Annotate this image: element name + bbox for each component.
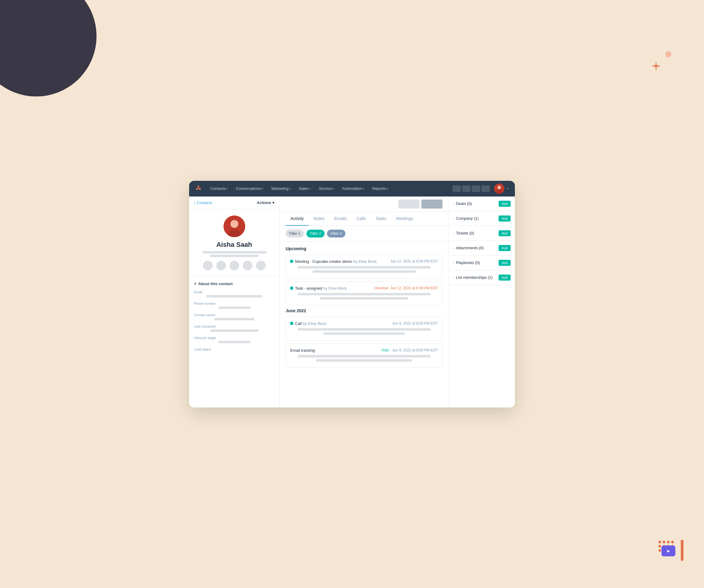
june-section-header: June 2022: [286, 308, 443, 313]
company-section[interactable]: › Company (1) Add: [449, 211, 515, 226]
nav-tool-icon-4[interactable]: [481, 185, 490, 192]
playbooks-add-button[interactable]: Add: [498, 260, 511, 266]
center-panel: Activity Notes Emails Calls Tasks Meetin…: [280, 196, 449, 407]
tab-calls[interactable]: Calls: [352, 212, 371, 226]
deals-section[interactable]: › Deals (0) Add: [449, 196, 515, 211]
nav-contacts[interactable]: Contacts ▾: [207, 185, 231, 193]
contact-action-icon-5[interactable]: [256, 261, 266, 270]
nav-reports[interactable]: Reports ▾: [369, 185, 392, 193]
email-tracking-title: Email tracking: [290, 348, 315, 352]
tab-emails[interactable]: Emails: [330, 212, 352, 226]
call-card-header: Call by Elise Beck Jun 9, 2021 at 8:00 P…: [290, 321, 438, 326]
left-panel: Contacts Actions ▾ Aisha Saah: [189, 196, 280, 407]
user-avatar[interactable]: [494, 184, 504, 194]
contact-action-icon-4[interactable]: [243, 261, 252, 270]
attachments-section[interactable]: › Attachments (0) Add: [449, 241, 515, 256]
view-toggle-1[interactable]: [399, 199, 420, 208]
phone-label: Phone number: [194, 302, 275, 305]
chevron-down-icon: ▾: [262, 187, 263, 190]
contact-profile: Aisha Saah: [189, 209, 279, 277]
company-add-button[interactable]: Add: [498, 215, 511, 221]
tab-meetings[interactable]: Meetings: [391, 212, 418, 226]
top-navigation: Contacts ▾ Conversations ▾ Marketing ▾ S…: [189, 181, 515, 196]
playbooks-label: › Playbooks (0): [453, 260, 480, 265]
view-toggle-2[interactable]: [421, 199, 443, 208]
meeting-title: Meeting - Cupcake creator demo by Elise …: [290, 259, 377, 264]
playbooks-section[interactable]: › Playbooks (0) Add: [449, 256, 515, 270]
right-panel: › Deals (0) Add › Company (1) Add › Tick…: [449, 196, 515, 407]
nav-sales[interactable]: Sales ▾: [296, 185, 314, 193]
about-section-toggle[interactable]: About this contact: [194, 281, 275, 286]
filter-3[interactable]: Filter 3: [327, 230, 345, 238]
lifecycle-value-skeleton: [218, 341, 250, 343]
chevron-down-icon: ▾: [227, 187, 228, 190]
tickets-add-button[interactable]: Add: [498, 230, 511, 236]
last-contacted-field-group: Last contacted: [194, 325, 275, 332]
meeting-card-header: Meeting - Cupcake creator demo by Elise …: [290, 259, 438, 264]
email-value-skeleton: [206, 295, 262, 298]
lead-status-label: Lead status: [194, 347, 275, 351]
tickets-section[interactable]: › Tickets (0) Add: [449, 226, 515, 241]
hide-link[interactable]: Hide: [382, 348, 389, 352]
email-field-group: Email: [194, 290, 275, 298]
deals-chevron-icon: ›: [453, 202, 454, 205]
call-activity-card: Call by Elise Beck Jun 9, 2021 at 8:00 P…: [286, 317, 443, 340]
task-dot-icon: [290, 286, 293, 289]
nav-automation[interactable]: Automation ▾: [339, 185, 367, 193]
nav-tool-icon-1[interactable]: [453, 185, 461, 192]
chevron-down-icon: ▾: [309, 187, 311, 190]
lifecycle-field-group: Lifecycle stage: [194, 336, 275, 343]
contact-action-icons: [194, 261, 275, 270]
filter-2[interactable]: Filter 2: [306, 230, 325, 238]
bar-decoration: [681, 540, 684, 561]
deals-label: › Deals (0): [453, 201, 472, 206]
upcoming-section-header: Upcoming: [286, 246, 443, 251]
breadcrumb-contacts[interactable]: Contacts: [194, 200, 212, 205]
nav-tool-icon-3[interactable]: [472, 185, 480, 192]
chevron-down-icon: ▾: [333, 187, 334, 190]
email-tracking-card: Email tracking Hide Jun 9, 2021 at 8:00 …: [286, 343, 443, 368]
call-detail-1: [298, 328, 431, 331]
tab-activity[interactable]: Activity: [286, 212, 308, 226]
circle-decoration: [665, 51, 671, 57]
attachments-label: › Attachments (0): [453, 246, 483, 250]
task-detail-2: [320, 297, 408, 300]
deals-add-button[interactable]: Add: [498, 201, 511, 207]
attachments-add-button[interactable]: Add: [498, 245, 511, 251]
tab-notes[interactable]: Notes: [308, 212, 330, 226]
list-memberships-section[interactable]: › List memberships (1) Add: [449, 270, 515, 285]
contact-subtitle-skeleton-1: [202, 251, 267, 254]
meeting-activity-card: Meeting - Cupcake creator demo by Elise …: [286, 255, 443, 278]
avatar: [224, 215, 245, 237]
phone-value-skeleton: [218, 307, 250, 309]
activity-content: Upcoming Meeting - Cupcake creator demo …: [280, 242, 449, 407]
task-title: Task - assigned by Elise Beck: [290, 286, 347, 290]
nav-marketing[interactable]: Marketing ▾: [268, 185, 294, 193]
meeting-dot-icon: [290, 260, 293, 263]
contact-action-icon-1[interactable]: [203, 261, 213, 270]
lifecycle-label: Lifecycle stage: [194, 336, 275, 340]
hubspot-logo: [195, 185, 202, 193]
tab-tasks[interactable]: Tasks: [371, 212, 391, 226]
email-tracking-header: Email tracking Hide Jun 9, 2021 at 8:00 …: [290, 348, 438, 352]
main-window: Contacts ▾ Conversations ▾ Marketing ▾ S…: [189, 181, 515, 407]
list-memberships-add-button[interactable]: Add: [498, 274, 511, 280]
filter-1[interactable]: Filter 1: [286, 230, 304, 238]
company-chevron-icon: ›: [453, 217, 454, 220]
nav-service[interactable]: Service ▾: [316, 185, 337, 193]
svg-point-10: [230, 220, 238, 228]
list-memberships-chevron-icon: ›: [453, 276, 454, 279]
task-activity-card: Task - assigned by Elise Beck Overdue: J…: [286, 281, 443, 305]
owner-label: Contact owner: [194, 313, 275, 317]
nav-tool-icon-2[interactable]: [462, 185, 471, 192]
contact-action-icon-2[interactable]: [216, 261, 226, 270]
contact-details: About this contact Email Phone number Co…: [189, 277, 279, 360]
contact-subtitle-skeleton-2: [210, 255, 258, 257]
nav-icon-group: [453, 185, 490, 192]
contact-action-icon-3[interactable]: [230, 261, 239, 270]
avatar-chevron-icon[interactable]: ▾: [507, 187, 509, 190]
chevron-down-icon: ▾: [387, 187, 389, 190]
nav-conversations[interactable]: Conversations ▾: [233, 185, 266, 193]
owner-field-group: Contact owner: [194, 313, 275, 320]
actions-button[interactable]: Actions ▾: [257, 200, 275, 205]
